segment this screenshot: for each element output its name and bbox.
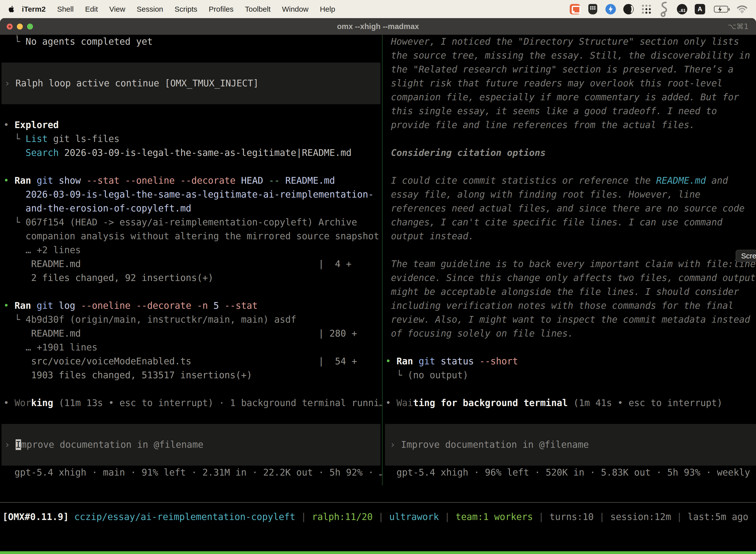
window-title-bar[interactable]: omx --xhigh --madmax ⌥⌘1 (0, 18, 756, 35)
text-segment: git ls-files (48, 133, 120, 144)
menu-item-shell[interactable]: Shell (57, 5, 74, 13)
shield-app-icon[interactable] (587, 4, 598, 15)
terminal-line: and-the-erosion-of-copyleft.md (0, 202, 382, 215)
text-segment: | 54 + (318, 356, 357, 367)
menu-item-session[interactable]: Session (137, 5, 163, 13)
text-segment: provide file and line references from th… (385, 120, 695, 130)
text-segment: git (37, 300, 53, 311)
text-segment: ralph:11/20 (312, 511, 373, 522)
text-segment: └ (385, 370, 407, 381)
text-segment: and-the-erosion-of-copyleft.md (3, 203, 191, 214)
letter-a-app-icon[interactable]: A (694, 4, 705, 15)
text-segment: Considering citation options (385, 148, 546, 158)
tmux-pane-right[interactable]: However, I noticed the "Directory Struct… (383, 35, 756, 480)
blank-line (0, 160, 382, 174)
text-segment: session:12m (610, 511, 671, 522)
text-segment: Search (25, 148, 59, 158)
terminal-line: … +2 lines (0, 243, 382, 257)
chat-app-icon[interactable] (569, 4, 580, 15)
terminal-line: companion file, especially if more comme… (383, 90, 756, 104)
text-segment: • (3, 300, 15, 311)
text-segment: -- (269, 175, 280, 186)
menu-item-help[interactable]: Help (320, 5, 335, 13)
text-segment: Wor (15, 398, 31, 408)
text-segment: --stat (225, 300, 258, 311)
text-segment: this single essay, it seems like a good … (385, 106, 717, 116)
terminal-line: 1903 files changed, 513517 insertions(+) (0, 368, 382, 382)
chat-input-left[interactable]: › Improve documentation in @filename (1, 424, 380, 466)
text-segment (3, 148, 25, 158)
blank-line (0, 49, 382, 63)
screen-share-overlay[interactable]: Scre (736, 250, 756, 262)
text-segment: › (4, 439, 16, 450)
menu-item-window[interactable]: Window (282, 5, 309, 13)
menu-item-edit[interactable]: Edit (85, 5, 98, 13)
text-segment: ultrawork (389, 511, 439, 522)
apple-menu-icon[interactable] (8, 5, 15, 13)
text-segment: README.md (3, 328, 318, 339)
text-segment: › (4, 78, 16, 89)
terminal-line: • Ran git show --stat --oneline --decora… (0, 174, 382, 188)
text-segment: evidence. Since this change only affects… (385, 273, 756, 283)
menu-item-iterm2[interactable]: iTerm2 (22, 5, 46, 13)
tmux-pane-divider[interactable] (382, 35, 383, 486)
text-segment: › (390, 439, 401, 450)
text-segment: | (671, 511, 688, 522)
terminal-line: gpt-5.4 xhigh · 96% left · 520K in · 5.8… (383, 466, 756, 480)
terminal-line: Search 2026-03-09-is-legal-the-same-as-l… (0, 146, 382, 160)
text-segment: 4b9d30f (origin/main, instructkr/main, m… (25, 314, 296, 325)
text-segment: king (31, 398, 53, 408)
menu-item-scripts[interactable]: Scripts (175, 5, 197, 13)
grid-dots-icon[interactable] (641, 4, 652, 15)
text-segment (53, 175, 59, 186)
prompt-line: › Improve documentation in @filename (388, 438, 589, 452)
window-shortcut-badge: ⌥⌘1 (728, 22, 749, 31)
text-segment: status (441, 356, 474, 367)
text-segment: • (385, 398, 397, 408)
menu-item-toolbelt[interactable]: Toolbelt (245, 5, 271, 13)
prompt-line: › Improve documentation in @filename (4, 438, 203, 452)
menu-item-profiles[interactable]: Profiles (208, 5, 233, 13)
omx-status-bar: [OMX#0.11.9] cczip/essay/ai-reimplementa… (2, 510, 754, 524)
text-segment (236, 175, 241, 186)
crescent-app-icon[interactable] (623, 4, 634, 15)
wifi-icon[interactable] (737, 4, 748, 15)
text-segment: essay file, along with finding root file… (385, 189, 700, 200)
tmux-pane-left[interactable]: └ No agents completed yet› Ralph loop ac… (0, 35, 382, 480)
text-segment: Ran (15, 175, 31, 186)
text-segment: including verification notes with those … (385, 300, 734, 311)
battery-icon[interactable] (712, 4, 730, 15)
menu-bar: iTerm2ShellEditViewSessionScriptsProfile… (0, 0, 756, 18)
text-segment: | (296, 511, 312, 522)
menu-item-view[interactable]: View (109, 5, 125, 13)
text-segment: Ran (15, 300, 31, 311)
terminal-line: └ 067f154 (HEAD -> essay/ai-reimplementa… (0, 215, 382, 229)
terminal-line: • Waiting for background terminal (1m 41… (383, 396, 756, 410)
text-segment: Ralph loop active continue [OMX_TMUX_INJ… (16, 78, 259, 89)
terminal-line: references need actual files, and since … (383, 202, 756, 215)
text-segment: gpt-5.4 xhigh · 96% left · 520K in · 5.8… (385, 467, 756, 478)
terminal-line: provide file and line references from th… (383, 118, 756, 132)
text-segment (219, 300, 225, 311)
squiggle-app-icon[interactable] (659, 4, 670, 15)
terminal-line: output instead. (383, 229, 756, 243)
terminal-line: • Ran git status --short (383, 354, 756, 368)
terminal-line: README.md | 4 + (0, 257, 382, 271)
text-segment: | (439, 511, 456, 522)
text-segment (75, 300, 81, 311)
ralph-loop-banner[interactable]: › Ralph loop active continue [OMX_TMUX_I… (1, 63, 380, 104)
text-segment: src/voice/voiceModeEnabled.ts (3, 356, 318, 367)
badge-61-icon[interactable]: ..61 (677, 4, 688, 15)
chat-input-right[interactable]: › Improve documentation in @filename (385, 424, 756, 466)
text-segment: 1903 files changed, 513517 insertions(+) (3, 370, 252, 381)
blank-line (0, 285, 382, 299)
blank-line (0, 104, 382, 118)
window-title: omx --xhigh --madmax (0, 22, 756, 31)
bolt-app-icon[interactable] (605, 4, 616, 15)
terminal-line: including verification notes with those … (383, 299, 756, 313)
text-segment: I (16, 439, 21, 450)
text-segment: | 4 + (318, 259, 352, 269)
text-segment: | (533, 511, 550, 522)
text-segment: | (594, 511, 611, 522)
text-segment: └ (3, 314, 25, 325)
